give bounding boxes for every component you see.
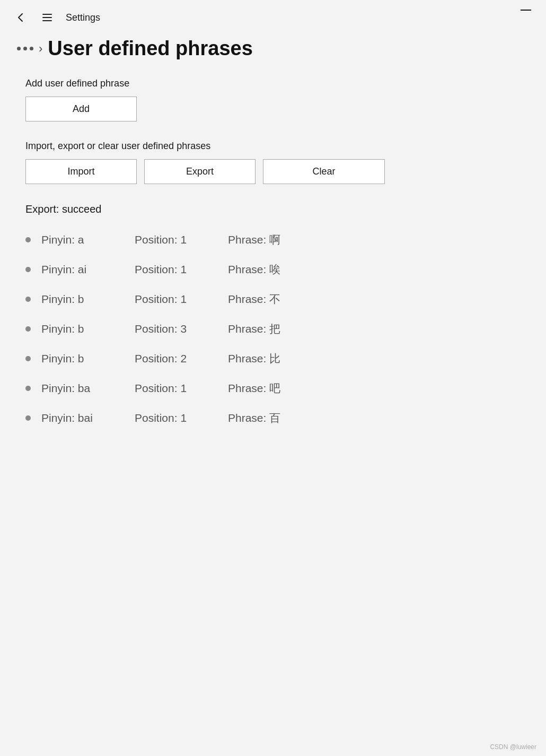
add-section-label: Add user defined phrase bbox=[25, 78, 521, 89]
list-item: Pinyin: aPosition: 1Phrase: 啊 bbox=[25, 225, 521, 255]
export-status: Export: succeed bbox=[25, 203, 521, 215]
phrase-segment: Phrase: 把 bbox=[228, 321, 302, 336]
list-item: Pinyin: aiPosition: 1Phrase: 唉 bbox=[25, 255, 521, 284]
pinyin-segment: Pinyin: b bbox=[41, 323, 116, 335]
phrase-segment: Phrase: 唉 bbox=[228, 262, 302, 277]
topbar-title: Settings bbox=[66, 12, 100, 23]
add-button[interactable]: Add bbox=[25, 97, 137, 121]
pinyin-segment: Pinyin: ai bbox=[41, 263, 116, 276]
list-item: Pinyin: baPosition: 1Phrase: 吧 bbox=[25, 373, 521, 403]
bullet-icon bbox=[25, 237, 31, 242]
bullet-icon bbox=[25, 326, 31, 332]
position-segment: Position: 2 bbox=[135, 352, 209, 365]
phrase-segment: Phrase: 啊 bbox=[228, 232, 302, 247]
breadcrumb: › User defined phrases bbox=[0, 32, 546, 73]
phrase-text: Pinyin: aPosition: 1Phrase: 啊 bbox=[41, 232, 302, 247]
top-bar: Settings bbox=[0, 0, 546, 32]
import-button[interactable]: Import bbox=[25, 159, 137, 184]
clear-button[interactable]: Clear bbox=[263, 159, 385, 184]
list-item: Pinyin: bPosition: 2Phrase: 比 bbox=[25, 344, 521, 373]
phrase-text: Pinyin: bPosition: 2Phrase: 比 bbox=[41, 351, 302, 366]
dot-3 bbox=[30, 47, 33, 50]
phrase-segment: Phrase: 不 bbox=[228, 292, 302, 307]
breadcrumb-chevron: › bbox=[39, 43, 42, 55]
bullet-icon bbox=[25, 386, 31, 391]
export-button[interactable]: Export bbox=[144, 159, 256, 184]
pinyin-segment: Pinyin: b bbox=[41, 293, 116, 306]
phrase-text: Pinyin: baPosition: 1Phrase: 吧 bbox=[41, 381, 302, 396]
action-buttons: Import Export Clear bbox=[25, 159, 521, 184]
pinyin-segment: Pinyin: b bbox=[41, 352, 116, 365]
phrase-text: Pinyin: bPosition: 3Phrase: 把 bbox=[41, 321, 302, 336]
dot-1 bbox=[17, 47, 21, 50]
bullet-icon bbox=[25, 267, 31, 272]
position-segment: Position: 1 bbox=[135, 293, 209, 306]
add-section: Add user defined phrase Add bbox=[25, 78, 521, 121]
bullet-icon bbox=[25, 415, 31, 421]
position-segment: Position: 1 bbox=[135, 263, 209, 276]
list-item: Pinyin: baiPosition: 1Phrase: 百 bbox=[25, 403, 521, 433]
back-button[interactable] bbox=[13, 10, 29, 25]
phrase-segment: Phrase: 比 bbox=[228, 351, 302, 366]
position-segment: Position: 3 bbox=[135, 323, 209, 335]
position-segment: Position: 1 bbox=[135, 412, 209, 424]
dot-2 bbox=[23, 47, 27, 50]
pinyin-segment: Pinyin: ba bbox=[41, 382, 116, 395]
phrase-text: Pinyin: baiPosition: 1Phrase: 百 bbox=[41, 411, 302, 425]
minimize-button[interactable] bbox=[521, 10, 531, 11]
phrase-text: Pinyin: bPosition: 1Phrase: 不 bbox=[41, 292, 302, 307]
pinyin-segment: Pinyin: a bbox=[41, 233, 116, 246]
list-item: Pinyin: bPosition: 1Phrase: 不 bbox=[25, 284, 521, 314]
bullet-icon bbox=[25, 356, 31, 361]
position-segment: Position: 1 bbox=[135, 382, 209, 395]
phrase-list: Pinyin: aPosition: 1Phrase: 啊Pinyin: aiP… bbox=[25, 225, 521, 433]
import-export-label: Import, export or clear user defined phr… bbox=[25, 141, 521, 152]
page-title: User defined phrases bbox=[48, 37, 252, 60]
position-segment: Position: 1 bbox=[135, 233, 209, 246]
phrase-segment: Phrase: 百 bbox=[228, 411, 302, 425]
phrase-segment: Phrase: 吧 bbox=[228, 381, 302, 396]
phrase-text: Pinyin: aiPosition: 1Phrase: 唉 bbox=[41, 262, 302, 277]
list-item: Pinyin: bPosition: 3Phrase: 把 bbox=[25, 314, 521, 344]
watermark: CSDN @luwieer bbox=[490, 743, 536, 751]
main-content: Add user defined phrase Add Import, expo… bbox=[0, 73, 546, 454]
breadcrumb-dots bbox=[17, 47, 33, 50]
bullet-icon bbox=[25, 297, 31, 302]
import-export-section: Import, export or clear user defined phr… bbox=[25, 141, 521, 184]
pinyin-segment: Pinyin: bai bbox=[41, 412, 116, 424]
hamburger-button[interactable] bbox=[39, 10, 55, 25]
